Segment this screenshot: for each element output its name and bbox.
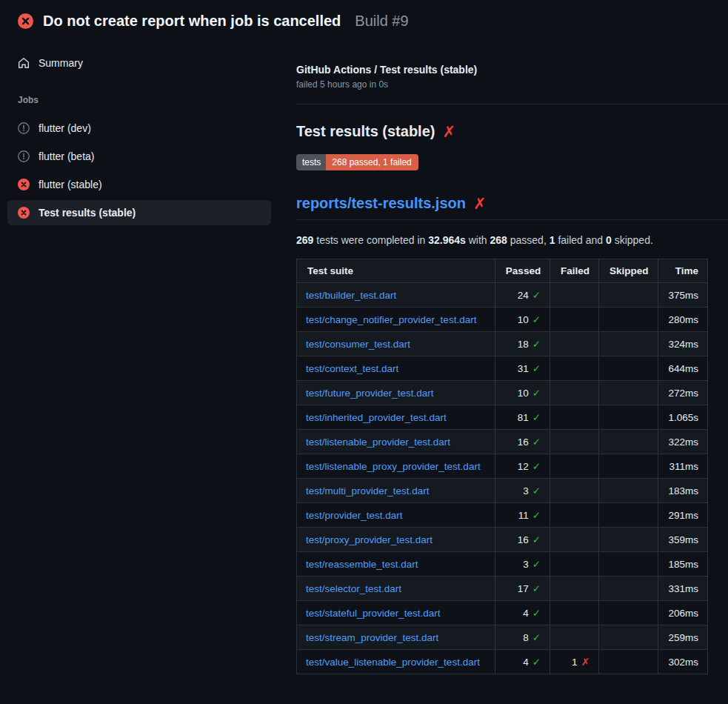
count-value: 81 — [518, 412, 529, 423]
check-icon: ✓ — [532, 412, 541, 423]
failed-cell — [550, 479, 599, 503]
passed-cell: 81✓ — [495, 405, 550, 430]
table-row: test/listenable_provider_test.dart16✓322… — [297, 430, 708, 454]
skipped-cell — [598, 479, 658, 503]
report-heading: reports/test-results.json ✗ — [296, 195, 728, 220]
failed-cell — [550, 503, 599, 528]
passed-cell: 24✓ — [495, 283, 550, 308]
summary-text: 268 — [490, 234, 507, 246]
time-cell: 644ms — [658, 356, 707, 381]
passed-cell: 16✓ — [495, 528, 550, 552]
test-suite-cell: test/change_notifier_provider_test.dart — [297, 308, 495, 332]
section-heading: Test results (stable) ✗ — [296, 123, 728, 140]
test-suite-link[interactable]: test/builder_test.dart — [306, 290, 396, 301]
test-results-table: Test suite Passed Failed Skipped Time te… — [296, 259, 708, 674]
count-value: 10 — [518, 314, 529, 325]
cross-icon: ✗ — [581, 657, 590, 668]
skipped-cell — [598, 601, 658, 625]
check-icon: ✓ — [532, 339, 541, 350]
build-number: Build #9 — [355, 13, 408, 30]
sidebar-item-job[interactable]: Test results (stable) — [7, 200, 271, 225]
count-value: 4 — [523, 657, 529, 668]
time-cell: 302ms — [658, 650, 707, 674]
count-value: 16 — [518, 534, 529, 545]
sidebar-summary-label: Summary — [39, 57, 83, 69]
check-icon: ✓ — [532, 583, 541, 594]
check-icon: ✓ — [532, 559, 541, 570]
skipped-cell — [598, 430, 658, 454]
sidebar-item-job[interactable]: flutter (beta) — [7, 144, 271, 169]
test-suite-link[interactable]: test/value_listenable_provider_test.dart — [306, 657, 480, 668]
failed-cell — [550, 430, 599, 454]
test-suite-link[interactable]: test/listenable_provider_test.dart — [306, 436, 450, 448]
summary-text: failed and — [555, 234, 607, 246]
report-file-link[interactable]: reports/test-results.json — [296, 195, 466, 212]
test-suite-cell: test/context_test.dart — [297, 356, 495, 381]
test-suite-cell: test/proxy_provider_test.dart — [297, 528, 495, 552]
count-value: 24 — [518, 290, 529, 301]
job-label: flutter (beta) — [39, 150, 94, 162]
sidebar-jobs: flutter (dev)flutter (beta)flutter (stab… — [7, 116, 271, 225]
time-cell: 259ms — [658, 625, 707, 650]
passed-cell: 17✓ — [495, 577, 550, 601]
test-suite-link[interactable]: test/reassemble_test.dart — [306, 559, 418, 570]
check-icon: ✓ — [532, 388, 541, 399]
table-row: test/multi_provider_test.dart3✓183ms — [297, 479, 708, 503]
sidebar-item-job[interactable]: flutter (stable) — [7, 172, 271, 197]
failed-cell: 1✗ — [550, 650, 599, 674]
summary-text: 269 — [296, 234, 313, 246]
sidebar-item-summary[interactable]: Summary — [7, 50, 271, 76]
summary-text: skipped. — [612, 234, 653, 246]
test-suite-link[interactable]: test/multi_provider_test.dart — [306, 485, 430, 497]
skipped-cell — [598, 308, 658, 332]
skipped-cell — [598, 625, 658, 650]
test-suite-link[interactable]: test/proxy_provider_test.dart — [306, 534, 433, 545]
table-row: test/future_provider_test.dart10✓272ms — [297, 381, 708, 405]
neutral-circle-icon — [18, 150, 30, 162]
failed-cell — [550, 552, 599, 577]
table-header-row: Test suite Passed Failed Skipped Time — [297, 259, 708, 283]
skipped-cell — [598, 405, 658, 430]
passed-cell: 3✓ — [495, 479, 550, 503]
badge-value: 268 passed, 1 failed — [326, 154, 418, 170]
tests-badge: tests 268 passed, 1 failed — [296, 154, 418, 170]
test-suite-link[interactable]: test/consumer_test.dart — [306, 339, 410, 350]
test-suite-link[interactable]: test/context_test.dart — [306, 363, 398, 374]
skipped-cell — [598, 503, 658, 528]
test-suite-link[interactable]: test/inherited_provider_test.dart — [306, 412, 447, 423]
page-title: Do not create report when job is cancell… — [43, 13, 341, 30]
test-suite-cell: test/value_listenable_provider_test.dart — [297, 650, 495, 674]
count-value: 1 — [572, 657, 578, 668]
summary-text: 1 — [550, 234, 555, 246]
table-row: test/change_notifier_provider_test.dart1… — [297, 308, 708, 332]
check-icon: ✓ — [532, 363, 541, 374]
home-icon — [18, 57, 30, 69]
table-row: test/context_test.dart31✓644ms — [297, 356, 708, 381]
skipped-cell — [598, 283, 658, 308]
skipped-cell — [598, 528, 658, 552]
test-suite-link[interactable]: test/change_notifier_provider_test.dart — [306, 314, 476, 325]
skipped-cell — [598, 552, 658, 577]
table-row: test/listenable_proxy_provider_test.dart… — [297, 454, 708, 479]
test-suite-link[interactable]: test/selector_test.dart — [306, 583, 401, 594]
test-suite-link[interactable]: test/stream_provider_test.dart — [306, 632, 438, 643]
count-value: 3 — [523, 485, 529, 497]
summary-text: with — [466, 234, 490, 246]
table-row: test/reassemble_test.dart3✓185ms — [297, 552, 708, 577]
skipped-cell — [598, 650, 658, 674]
test-suite-link[interactable]: test/provider_test.dart — [306, 510, 403, 521]
sidebar-item-job[interactable]: flutter (dev) — [7, 116, 271, 141]
passed-cell: 10✓ — [495, 381, 550, 405]
skipped-cell — [598, 332, 658, 356]
test-suite-cell: test/listenable_provider_test.dart — [297, 430, 495, 454]
test-suite-link[interactable]: test/future_provider_test.dart — [306, 388, 434, 399]
count-value: 11 — [518, 510, 529, 521]
column-header-test-suite: Test suite — [297, 259, 495, 283]
test-suite-link[interactable]: test/listenable_proxy_provider_test.dart — [306, 461, 481, 472]
job-label: flutter (stable) — [39, 179, 102, 190]
time-cell: 359ms — [658, 528, 707, 552]
test-suite-link[interactable]: test/stateful_provider_test.dart — [306, 608, 441, 619]
time-cell: 185ms — [658, 552, 707, 577]
count-value: 10 — [518, 388, 529, 399]
passed-cell: 8✓ — [495, 625, 550, 650]
